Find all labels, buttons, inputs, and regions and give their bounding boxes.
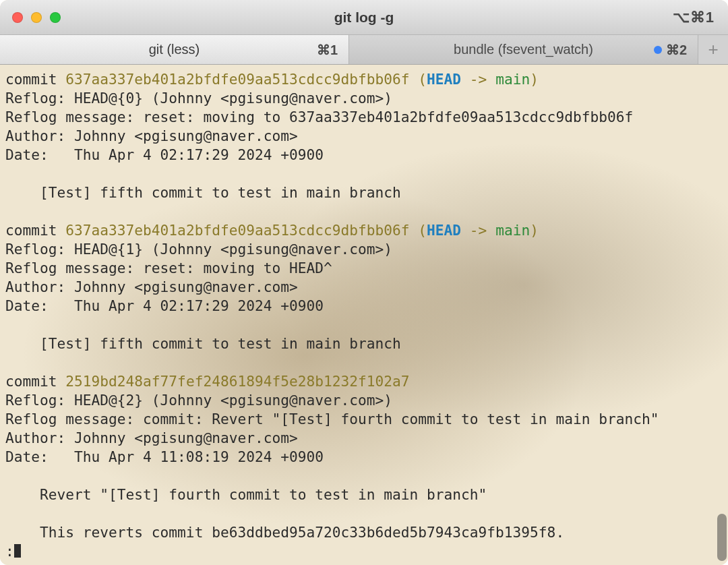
commit-body-line: Revert "[Test] fourth commit to test in … xyxy=(5,486,487,503)
commit-line: commit 637aa337eb401a2bfdfe09aa513cdcc9d… xyxy=(5,71,539,88)
window-titlebar: git log -g ⌥⌘1 xyxy=(0,0,728,35)
commit-body-line: [Test] fifth commit to test in main bran… xyxy=(5,335,401,352)
ref-head: HEAD xyxy=(427,222,461,239)
reflog-line: Reflog: HEAD@{2} (Johnny <pgisung@naver.… xyxy=(5,392,392,409)
reflog-message-line: Reflog message: commit: Revert "[Test] f… xyxy=(5,411,659,427)
window-title: git log -g xyxy=(334,9,394,26)
close-window-button[interactable] xyxy=(12,12,23,23)
minimize-window-button[interactable] xyxy=(31,12,42,23)
ref-branch: main xyxy=(495,71,530,88)
commit-body-line: This reverts commit be63ddbed95a720c33b6… xyxy=(5,524,564,541)
terminal-content: commit 637aa337eb401a2bfdfe09aa513cdcc9d… xyxy=(0,65,728,565)
tab-label: git (less) xyxy=(149,42,200,57)
new-tab-button[interactable]: + xyxy=(698,35,728,64)
commit-hash: 2519bd248af77fef24861894f5e28b1232f102a7 xyxy=(65,373,409,390)
date-line: Date: Thu Apr 4 11:08:19 2024 +0900 xyxy=(5,448,324,465)
tab-shortcut: ⌘1 xyxy=(317,42,338,58)
reflog-line: Reflog: HEAD@{0} (Johnny <pgisung@naver.… xyxy=(5,90,392,107)
author-line: Author: Johnny <pgisung@naver.com> xyxy=(5,278,298,295)
tab-label: bundle (fsevent_watch) xyxy=(454,42,593,57)
scrollbar-thumb[interactable] xyxy=(717,514,727,561)
terminal-window: git log -g ⌥⌘1 git (less) ⌘1 bundle (fse… xyxy=(0,0,728,565)
commit-hash: 637aa337eb401a2bfdfe09aa513cdcc9dbfbb06f xyxy=(65,71,409,88)
reflog-message-line: Reflog message: reset: moving to 637aa33… xyxy=(5,109,633,125)
date-line: Date: Thu Apr 4 02:17:29 2024 +0900 xyxy=(5,146,324,163)
traffic-lights xyxy=(12,12,61,23)
commit-line: commit 2519bd248af77fef24861894f5e28b123… xyxy=(5,373,410,390)
author-line: Author: Johnny <pgisung@naver.com> xyxy=(5,429,298,446)
tab-shortcut: ⌘2 xyxy=(654,42,687,58)
ref-branch: main xyxy=(495,222,530,239)
tab-bar: git (less) ⌘1 bundle (fsevent_watch) ⌘2 … xyxy=(0,35,728,65)
zoom-window-button[interactable] xyxy=(50,12,61,23)
activity-dot-icon xyxy=(654,46,662,54)
pager-prompt[interactable]: : xyxy=(5,543,14,560)
date-line: Date: Thu Apr 4 02:17:29 2024 +0900 xyxy=(5,297,324,314)
reflog-message-line: Reflog message: reset: moving to HEAD^ xyxy=(5,260,332,276)
author-line: Author: Johnny <pgisung@naver.com> xyxy=(5,127,298,144)
commit-line: commit 637aa337eb401a2bfdfe09aa513cdcc9d… xyxy=(5,222,539,239)
reflog-line: Reflog: HEAD@{1} (Johnny <pgisung@naver.… xyxy=(5,241,392,258)
window-shortcut: ⌥⌘1 xyxy=(673,9,715,26)
commit-body-line: [Test] fifth commit to test in main bran… xyxy=(5,184,401,201)
tab-bundle-fsevent[interactable]: bundle (fsevent_watch) ⌘2 xyxy=(349,35,698,64)
ref-head: HEAD xyxy=(427,71,461,88)
commit-hash: 637aa337eb401a2bfdfe09aa513cdcc9dbfbb06f xyxy=(65,222,409,239)
tab-git-less[interactable]: git (less) ⌘1 xyxy=(0,35,349,64)
cursor-icon xyxy=(14,544,21,558)
terminal-viewport[interactable]: commit 637aa337eb401a2bfdfe09aa513cdcc9d… xyxy=(0,65,728,565)
